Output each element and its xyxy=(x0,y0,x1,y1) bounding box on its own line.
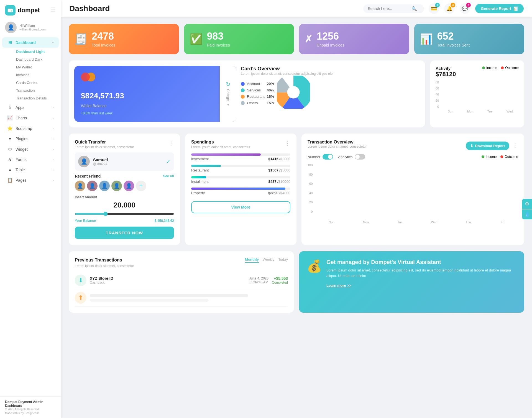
transaction-desc: Lorem ipsum dolor sit amet, consectetur xyxy=(308,145,367,148)
settings-button[interactable]: ⚙ xyxy=(522,199,532,209)
virtual-assistant-card: 💰 Get managed by Dompet's Virtual Assist… xyxy=(299,251,524,313)
sidebar-charts-label: Charts xyxy=(16,116,50,120)
trans-status: Completed xyxy=(272,281,288,284)
svg-point-1 xyxy=(11,11,12,12)
sidebar-item-forms[interactable]: 🖨 Forms › xyxy=(2,155,59,165)
sidebar-user: 👤 Hi,William william@gmail.com xyxy=(0,19,61,35)
total-invoices-label: Total Invoices xyxy=(92,43,115,47)
bell-icon-btn[interactable]: 🔔 12 xyxy=(444,3,455,14)
table-row-2: ⬆ xyxy=(75,289,288,307)
header-icons: 💳 2 🔔 12 💬 5 Generate Report 📊 xyxy=(429,3,524,14)
wallet-change-button[interactable]: ↻ Change ▾ xyxy=(220,66,236,122)
download-report-button[interactable]: ⬇ Download Report xyxy=(466,142,509,150)
cards-legend: Account 20% Services 40% Restaurant xyxy=(241,82,274,105)
color-picker-button[interactable]: 💧 xyxy=(522,209,532,219)
more-options-icon[interactable]: ⋮ xyxy=(168,140,174,147)
wallet-icon-btn[interactable]: 💳 2 xyxy=(429,3,439,14)
friend-5: 👤 xyxy=(124,181,134,191)
tab-today[interactable]: Today xyxy=(278,257,288,263)
sidebar-item-apps[interactable]: ℹ Apps › xyxy=(2,102,59,112)
chevron-right-icon-7: › xyxy=(53,168,54,171)
account-label: Account xyxy=(247,82,260,86)
download-icon: ⬇ xyxy=(470,144,473,148)
submenu-transaction[interactable]: Transaction xyxy=(2,87,59,94)
plugins-icon: ♥ xyxy=(7,136,13,141)
account-pct: 20% xyxy=(267,82,274,86)
wallet-growth: +0,8% than last week xyxy=(81,111,230,115)
generate-report-button[interactable]: Generate Report 📊 xyxy=(475,4,524,13)
download-report-label: Download Report xyxy=(475,144,505,148)
spendings-card: Spendings Lorem ipsum dolor sit amet, co… xyxy=(185,134,296,245)
others-dot xyxy=(241,101,245,105)
transfer-user-card: 👤 Samuel @iam224 ✓ xyxy=(75,152,174,171)
tab-monthly[interactable]: Monthly xyxy=(245,257,259,263)
sidebar-item-plugins[interactable]: ♥ Plugins › xyxy=(2,134,59,144)
table-icon: ≡ xyxy=(7,167,13,172)
sidebar-item-dashboard[interactable]: ⊞ Dashboard ▾ xyxy=(2,37,59,48)
see-all-link[interactable]: See All xyxy=(163,174,174,178)
total-sent-num: 652 xyxy=(437,31,470,42)
virtual-assistant-desc: Lorem ipsum dolor sit amet, consectetur … xyxy=(326,268,516,278)
sidebar-item-bootstrap[interactable]: ⭐ Bootstrap › xyxy=(2,123,59,134)
unpaid-invoices-num: 1256 xyxy=(317,31,344,42)
balance-label: Your Balance xyxy=(75,219,96,223)
number-toggle[interactable] xyxy=(323,154,333,160)
sidebar-item-table[interactable]: ≡ Table › xyxy=(2,165,59,175)
chevron-down-icon: ▾ xyxy=(52,41,54,44)
transfer-now-button[interactable]: TRANSFER NOW xyxy=(75,227,174,239)
spending-restaurant: Restaurant $1567 /$5000 xyxy=(191,165,290,172)
sidebar-pages-label: Pages xyxy=(16,178,50,183)
charts-icon: 📈 xyxy=(7,115,13,120)
sidebar-item-pages[interactable]: 📋 Pages › xyxy=(2,175,59,185)
tab-weekly[interactable]: Weekly xyxy=(263,257,274,263)
sidebar-item-widget[interactable]: ⚙ Widget › xyxy=(2,144,59,154)
cards-overview-desc: Lorem ipsum dolor sit amet, consectetur … xyxy=(241,72,420,76)
hamburger-icon[interactable]: ☰ xyxy=(50,7,56,14)
avatar: 👤 xyxy=(5,22,17,33)
footer-made: Made with ♥ by DesignZone xyxy=(5,412,56,415)
sidebar-forms-label: Forms xyxy=(16,157,50,162)
submenu-cards-center[interactable]: Cards Center xyxy=(2,79,59,86)
trans-outcome-label: Outcome xyxy=(505,155,518,159)
trans-outcome-dot xyxy=(500,155,503,158)
cards-overview-title: Card's Overview xyxy=(241,66,420,72)
spendings-more-icon[interactable]: ⋮ xyxy=(284,140,290,147)
submenu-transaction-details[interactable]: Transaction Details xyxy=(2,94,59,102)
trans-cashback-icon: ⬇ xyxy=(75,275,86,286)
bell-badge: 12 xyxy=(451,3,455,7)
amount-slider[interactable] xyxy=(75,212,174,216)
sidebar-item-charts[interactable]: 📈 Charts › xyxy=(2,113,59,123)
virtual-assistant-icon: 💰 xyxy=(307,259,322,273)
outcome-dot xyxy=(501,66,504,69)
spending-property: Property $3890 /$4000 xyxy=(191,188,290,195)
search-input[interactable] xyxy=(368,6,409,11)
analytics-toggle[interactable] xyxy=(355,154,365,160)
activity-bars xyxy=(442,81,519,108)
mc-left-circle xyxy=(81,73,90,81)
chevron-right-icon-4: › xyxy=(53,137,54,140)
wallet-card: $824,571.93 Wallet Balance +0,8% than la… xyxy=(74,66,236,122)
legend-services: Services 40% xyxy=(241,88,274,92)
stat-card-total-sent: 📊 652 Total Invoices Sent xyxy=(414,24,525,54)
submenu-invoices[interactable]: Invoices xyxy=(2,71,59,79)
add-friend[interactable]: + xyxy=(136,181,146,191)
submenu-dashboard-dark[interactable]: Dashboard Dark xyxy=(2,56,59,63)
apps-icon: ℹ xyxy=(7,105,13,110)
activity-y-axis: 80 60 40 20 0 xyxy=(436,81,440,108)
number-label: Number xyxy=(308,155,320,159)
pie-chart xyxy=(277,76,310,110)
prev-transactions-card: Previous Transactions Monthly Weekly Tod… xyxy=(69,251,294,313)
transfer-user-name: Samuel xyxy=(93,157,108,162)
paid-invoices-label: Paid Invoices xyxy=(207,43,230,47)
submenu-dashboard-light[interactable]: Dashboard Light xyxy=(2,48,59,55)
trans-2-icon: ⬆ xyxy=(75,292,86,304)
transaction-more-icon[interactable]: ⋮ xyxy=(512,142,518,149)
activity-chart: 80 60 40 20 0 xyxy=(436,81,519,113)
submenu-my-wallet[interactable]: My Wallet xyxy=(2,63,59,71)
chat-icon-btn[interactable]: 💬 5 xyxy=(460,3,470,14)
total-sent-icon: 📊 xyxy=(420,33,433,45)
chevron-right-icon-2: › xyxy=(53,116,54,120)
view-more-button[interactable]: View More xyxy=(191,201,290,213)
learn-more-link[interactable]: Learn more >> xyxy=(326,283,351,288)
trans-time: 05:34:45 AM xyxy=(249,280,268,284)
